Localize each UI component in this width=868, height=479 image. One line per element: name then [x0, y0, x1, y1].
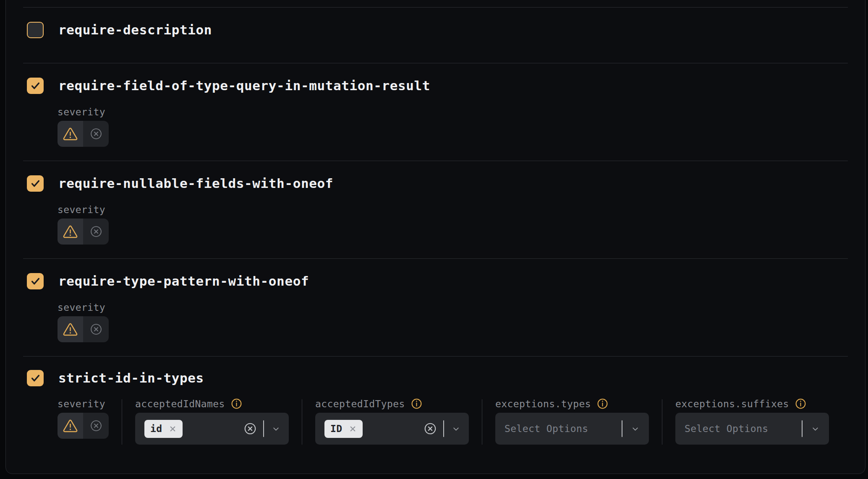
option-label-text: acceptedIdNames	[135, 398, 225, 409]
severity-error-button[interactable]	[83, 316, 109, 342]
option-group-exceptions-types: exceptions.types Select Options	[482, 399, 662, 445]
rule-name: require-field-of-type-query-in-mutation-…	[58, 78, 430, 94]
rule-require-description: require-description	[23, 7, 848, 63]
clear-all-icon[interactable]	[244, 422, 256, 435]
severity-label: severity	[58, 399, 109, 408]
chevron-down-icon[interactable]	[811, 424, 820, 433]
severity-label: severity	[58, 107, 109, 116]
rule-checkbox-checked[interactable]	[27, 370, 44, 386]
rule-strict-id-in-types: strict-id-in-types severity acceptedIdNa…	[23, 356, 848, 474]
rules-config-panel: require-description require-field-of-typ…	[5, 0, 865, 474]
severity-error-button[interactable]	[83, 121, 109, 147]
rule-require-nullable-fields-with-oneof: require-nullable-fields-with-oneof sever…	[23, 161, 848, 258]
severity-warn-button[interactable]	[58, 219, 83, 245]
severity-group: severity	[58, 399, 122, 439]
severity-error-button[interactable]	[83, 413, 109, 439]
exceptions-suffixes-select[interactable]: Select Options	[675, 413, 829, 445]
select-placeholder: Select Options	[685, 423, 768, 434]
severity-toggle	[58, 316, 109, 342]
clear-all-icon[interactable]	[424, 422, 437, 435]
info-icon[interactable]	[411, 398, 422, 409]
tag-chip-label: ID	[330, 423, 342, 434]
acceptedIdTypes-multiselect[interactable]: ID	[315, 413, 469, 445]
remove-tag-icon[interactable]	[169, 425, 177, 433]
option-group-acceptedIdTypes: acceptedIdTypes ID	[302, 399, 482, 445]
rule-require-field-of-type-query-in-mutation-result: require-field-of-type-query-in-mutation-…	[23, 63, 848, 161]
rule-name: require-nullable-fields-with-oneof	[58, 175, 333, 192]
severity-warn-button[interactable]	[58, 316, 83, 342]
severity-error-button[interactable]	[83, 219, 109, 245]
panel-top-spacer	[23, 0, 848, 7]
tag-chip: id	[144, 420, 183, 438]
rule-name: strict-id-in-types	[58, 370, 204, 386]
acceptedIdNames-multiselect[interactable]: id	[135, 413, 289, 445]
chevron-down-icon[interactable]	[631, 424, 640, 433]
rule-checkbox-checked[interactable]	[27, 78, 44, 94]
severity-group: severity	[58, 205, 109, 245]
rule-checkbox-checked[interactable]	[27, 175, 44, 192]
option-group-acceptedIdNames: acceptedIdNames id	[122, 399, 302, 445]
field-separator	[263, 420, 264, 437]
tag-chip-label: id	[150, 423, 162, 434]
rule-name: require-type-pattern-with-oneof	[58, 273, 309, 289]
option-label-text: exceptions.suffixes	[675, 398, 789, 409]
severity-warn-button[interactable]	[58, 121, 83, 147]
rule-checkbox-checked[interactable]	[27, 273, 44, 289]
tag-chip: ID	[324, 420, 363, 438]
field-separator	[443, 420, 444, 437]
rule-checkbox-unchecked[interactable]	[27, 22, 44, 38]
severity-toggle	[58, 121, 109, 147]
chevron-down-icon[interactable]	[452, 424, 460, 433]
exceptions-types-select[interactable]: Select Options	[495, 413, 649, 445]
rule-name: require-description	[58, 22, 212, 38]
option-group-exceptions-suffixes: exceptions.suffixes Select Options	[662, 399, 829, 445]
option-label-text: exceptions.types	[495, 398, 591, 409]
severity-label: severity	[58, 205, 109, 214]
info-icon[interactable]	[597, 398, 608, 409]
rule-require-type-pattern-with-oneof: require-type-pattern-with-oneof severity	[23, 258, 848, 356]
severity-group: severity	[58, 303, 109, 342]
field-separator	[802, 420, 803, 437]
severity-warn-button[interactable]	[58, 413, 83, 439]
info-icon[interactable]	[231, 398, 242, 409]
severity-toggle	[58, 219, 109, 245]
severity-toggle	[58, 413, 109, 439]
field-separator	[622, 420, 622, 437]
select-placeholder: Select Options	[505, 423, 588, 434]
chevron-down-icon[interactable]	[272, 424, 280, 433]
info-icon[interactable]	[795, 398, 806, 409]
severity-label: severity	[58, 303, 109, 312]
option-label-text: acceptedIdTypes	[315, 398, 405, 409]
remove-tag-icon[interactable]	[349, 425, 357, 433]
severity-group: severity	[58, 107, 109, 147]
